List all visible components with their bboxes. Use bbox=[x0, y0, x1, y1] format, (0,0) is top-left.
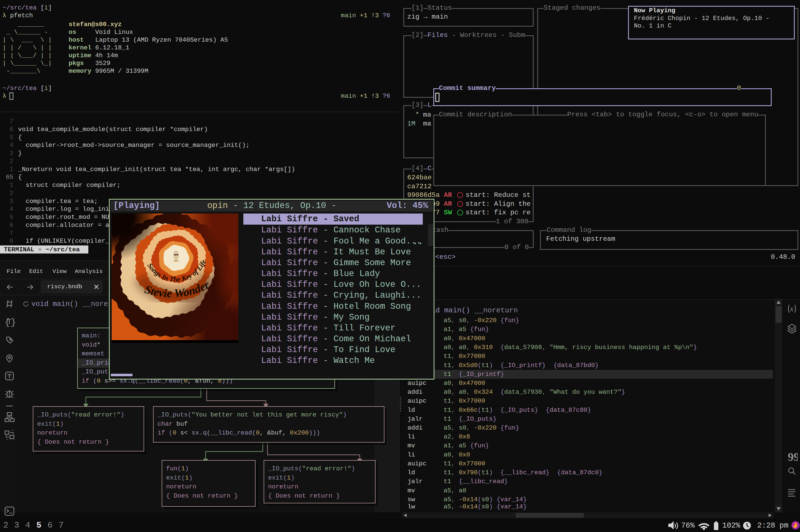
svg-text:x: x bbox=[790, 304, 794, 313]
svg-text:99: 99 bbox=[788, 451, 798, 463]
svg-text:T: T bbox=[7, 318, 12, 326]
